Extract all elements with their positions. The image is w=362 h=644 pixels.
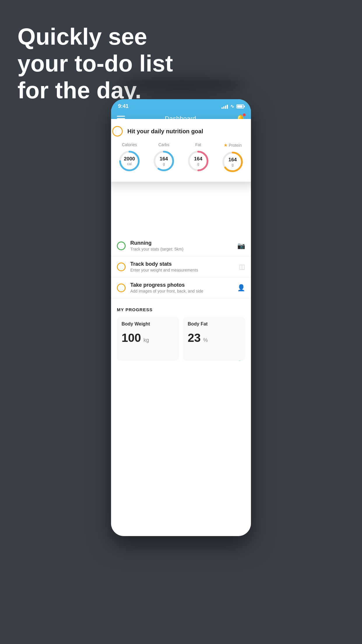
nutrition-circles: Calories 2000 cal Carbs [112, 142, 250, 174]
notification-dot [243, 113, 246, 116]
nutrition-card-title: Hit your daily nutrition goal [127, 128, 203, 135]
fat-ring: 164 g [187, 149, 210, 173]
shoe-icon: 📷 [237, 242, 245, 250]
body-stats-subtitle: Enter your weight and measurements [130, 268, 234, 272]
calories-value: 2000 [124, 156, 135, 162]
todo-item-photos[interactable]: Take progress photos Add images of your … [111, 277, 251, 298]
fat-label: Fat [195, 142, 201, 147]
scale-icon: ◫ [239, 263, 245, 271]
body-stats-checkbox[interactable] [117, 262, 126, 271]
todo-item-body-stats[interactable]: Track body stats Enter your weight and m… [111, 256, 251, 277]
photos-title: Take progress photos [130, 282, 233, 288]
calories-item: Calories 2000 cal [118, 142, 141, 173]
app-body: THINGS TO DO TODAY Hit your daily nutrit… [111, 128, 251, 536]
running-title: Running [130, 240, 233, 246]
photos-subtitle: Add images of your front, back, and side [130, 289, 233, 293]
body-fat-value: 23 [188, 331, 201, 344]
running-content: Running Track your stats (target: 5km) [130, 240, 233, 251]
battery-icon [236, 104, 244, 108]
time: 9:41 [118, 103, 129, 109]
signal-icon [222, 104, 228, 109]
carbs-unit: g [160, 162, 168, 166]
body-weight-wave [122, 344, 174, 361]
running-subtitle: Track your stats (target: 5km) [130, 247, 233, 251]
wifi-icon: ∿ [230, 104, 234, 109]
protein-item: ★ Protein 164 g [221, 142, 244, 174]
protein-label: ★ Protein [224, 142, 242, 148]
calories-unit: cal [124, 162, 135, 166]
fat-item: Fat 164 g [187, 142, 210, 173]
card-shadow [115, 76, 247, 93]
body-weight-unit: kg [143, 337, 149, 343]
protein-unit: g [229, 163, 237, 167]
protein-ring: 164 g [221, 150, 244, 174]
body-fat-card-title: Body Fat [188, 321, 240, 327]
status-icons: ∿ [222, 104, 244, 109]
todo-list: Running Track your stats (target: 5km) 📷… [111, 235, 251, 298]
body-fat-unit: % [203, 337, 208, 343]
nutrition-checkbox[interactable] [112, 126, 123, 136]
progress-title: MY PROGRESS [117, 307, 245, 312]
calories-ring: 2000 cal [118, 149, 141, 173]
todo-item-running[interactable]: Running Track your stats (target: 5km) 📷 [111, 235, 251, 256]
phone-frame: 9:41 ∿ Dashboard 🔔 THINGS TO DO TODA [111, 99, 251, 536]
body-fat-wave [188, 344, 240, 361]
body-weight-value: 100 [122, 331, 141, 344]
fat-unit: g [194, 162, 202, 166]
progress-cards: Body Weight 100 kg Body Fat 23 % [117, 317, 245, 361]
body-weight-card-title: Body Weight [122, 321, 174, 327]
calories-label: Calories [122, 142, 137, 147]
photos-checkbox[interactable] [117, 284, 126, 292]
carbs-ring: 164 g [152, 149, 175, 173]
body-weight-card[interactable]: Body Weight 100 kg [117, 317, 179, 361]
progress-section: MY PROGRESS Body Weight 100 kg Body Fat … [111, 298, 251, 367]
status-bar: 9:41 ∿ [111, 99, 251, 111]
running-checkbox[interactable] [117, 242, 126, 250]
body-stats-content: Track body stats Enter your weight and m… [130, 261, 234, 272]
card-header: Hit your daily nutrition goal [112, 126, 250, 136]
carbs-label: Carbs [158, 142, 169, 147]
body-fat-card[interactable]: Body Fat 23 % [183, 317, 245, 361]
protein-value: 164 [229, 157, 237, 163]
body-stats-title: Track body stats [130, 261, 234, 267]
star-icon: ★ [224, 142, 228, 148]
fat-value: 164 [194, 156, 202, 162]
nutrition-card: Hit your daily nutrition goal Calories 2… [111, 119, 251, 182]
person-icon: 👤 [237, 284, 245, 292]
photos-content: Take progress photos Add images of your … [130, 282, 233, 293]
carbs-value: 164 [160, 156, 168, 162]
carbs-item: Carbs 164 g [152, 142, 175, 173]
